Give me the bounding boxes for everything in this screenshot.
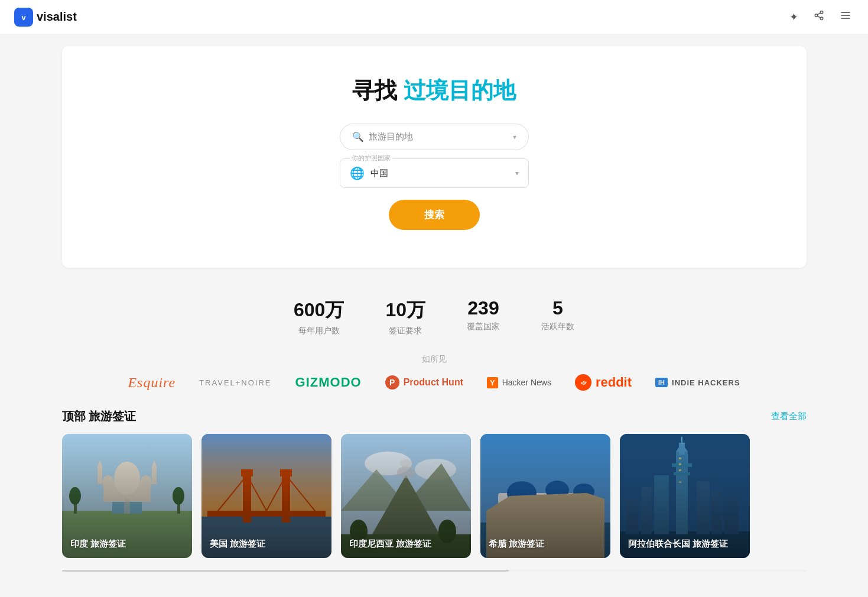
chevron-down-icon: ▾ [513, 133, 516, 141]
logo-icon: v [14, 8, 33, 27]
visa-cards-row: 印度 旅游签证 [62, 434, 807, 564]
stat-countries-label: 覆盖国家 [467, 322, 500, 332]
brand-gizmodo: GIZMODO [295, 375, 362, 390]
header: v visalist ✦ [0, 0, 868, 34]
stat-users: 600万 每年用户数 [294, 297, 344, 336]
theme-toggle-button[interactable]: ✦ [787, 8, 801, 26]
passport-country: 中国 [370, 168, 509, 179]
hero-title-prefix: 寻找 [352, 78, 404, 103]
hero-title: 寻找 过境目的地 [74, 76, 795, 106]
svg-point-2 [820, 11, 823, 14]
reddit-icon [575, 374, 591, 391]
brand-reddit: reddit [575, 374, 632, 391]
as-seen-label: 如所见 [62, 354, 807, 365]
passport-flag-icon: 🌐 [350, 166, 365, 180]
brand-indiehackers: IH INDIE HACKERS [655, 378, 740, 387]
brands-row: Esquire TRAVEL+NOIRE GIZMODO P Product H… [62, 374, 807, 391]
search-button[interactable]: 搜索 [389, 200, 480, 230]
stat-years-label: 活跃年数 [541, 322, 574, 332]
indiehackers-icon: IH [655, 378, 668, 387]
visa-card-greece[interactable]: 希腊 旅游签证 [480, 434, 610, 558]
svg-point-3 [815, 14, 818, 17]
brand-hackernews: Y Hacker News [487, 377, 551, 388]
svg-line-6 [817, 13, 820, 15]
producthunt-icon: P [385, 375, 399, 390]
passport-select[interactable]: 🌐 中国 ▾ [340, 158, 529, 188]
visa-card-indonesia[interactable]: 印度尼西亚 旅游签证 [341, 434, 471, 558]
visa-card-india[interactable]: 印度 旅游签证 [62, 434, 192, 558]
stat-visas-label: 签证要求 [385, 326, 425, 336]
stat-countries: 239 覆盖国家 [467, 297, 500, 336]
share-button[interactable] [811, 8, 827, 26]
visa-card-indonesia-label: 印度尼西亚 旅游签证 [349, 538, 431, 550]
passport-dropdown: 你的护照国家 🌐 中国 ▾ [340, 158, 529, 188]
search-icon: 🔍 [352, 131, 364, 142]
destination-placeholder: 旅游目的地 [369, 131, 508, 142]
stats-section: 600万 每年用户数 10万 签证要求 239 覆盖国家 5 活跃年数 [62, 280, 807, 348]
main-content: 寻找 过境目的地 🔍 旅游目的地 ▾ 你的护照国家 🌐 中国 ▾ 搜索 [50, 46, 818, 583]
indiehackers-label: INDIE HACKERS [672, 378, 740, 387]
svg-line-5 [817, 16, 820, 18]
visa-card-india-label: 印度 旅游签证 [70, 538, 126, 550]
passport-label: 你的护照国家 [349, 154, 393, 163]
passport-chevron-icon: ▾ [515, 169, 519, 177]
stat-users-label: 每年用户数 [294, 326, 344, 336]
stat-years-number: 5 [541, 297, 574, 319]
brand-producthunt: P Product Hunt [385, 375, 463, 390]
stat-countries-number: 239 [467, 297, 500, 319]
menu-button[interactable] [837, 7, 854, 27]
scroll-indicator [62, 570, 807, 572]
hero-card: 寻找 过境目的地 🔍 旅游目的地 ▾ 你的护照国家 🌐 中国 ▾ 搜索 [62, 46, 807, 268]
visa-section-title: 顶部 旅游签证 [62, 408, 136, 424]
scroll-thumb [62, 570, 509, 572]
brand-esquire: Esquire [128, 375, 175, 391]
header-icons: ✦ [787, 7, 854, 27]
hackernews-label: Hacker News [502, 378, 551, 387]
visa-card-uae[interactable]: 阿拉伯联合长国 旅游签证 [620, 434, 750, 558]
hackernews-icon: Y [487, 377, 498, 388]
search-controls: 🔍 旅游目的地 ▾ 你的护照国家 🌐 中国 ▾ 搜索 [74, 124, 795, 230]
visa-section-header: 顶部 旅游签证 查看全部 [62, 408, 807, 424]
destination-dropdown[interactable]: 🔍 旅游目的地 ▾ [340, 124, 529, 150]
as-seen-section: 如所见 Esquire TRAVEL+NOIRE GIZMODO P Produ… [62, 348, 807, 403]
stat-visas: 10万 签证要求 [385, 297, 425, 336]
stat-users-number: 600万 [294, 297, 344, 323]
logo[interactable]: v visalist [14, 8, 77, 27]
visa-card-uae-label: 阿拉伯联合长国 旅游签证 [628, 538, 728, 550]
visa-card-usa-label: 美国 旅游签证 [210, 538, 265, 550]
hero-title-highlight: 过境目的地 [404, 78, 516, 103]
visa-section: 顶部 旅游签证 查看全部 [62, 403, 807, 583]
logo-text: visalist [37, 10, 77, 24]
reddit-label: reddit [596, 375, 632, 390]
view-all-link[interactable]: 查看全部 [771, 411, 807, 422]
svg-point-4 [820, 17, 823, 20]
svg-text:v: v [21, 13, 26, 22]
producthunt-label: Product Hunt [404, 377, 463, 388]
visa-card-usa[interactable]: 美国 旅游签证 [201, 434, 331, 558]
visa-card-greece-label: 希腊 旅游签证 [489, 538, 544, 550]
stat-visas-number: 10万 [385, 297, 425, 323]
stat-years: 5 活跃年数 [541, 297, 574, 336]
brand-travel-noire: TRAVEL+NOIRE [199, 378, 271, 387]
